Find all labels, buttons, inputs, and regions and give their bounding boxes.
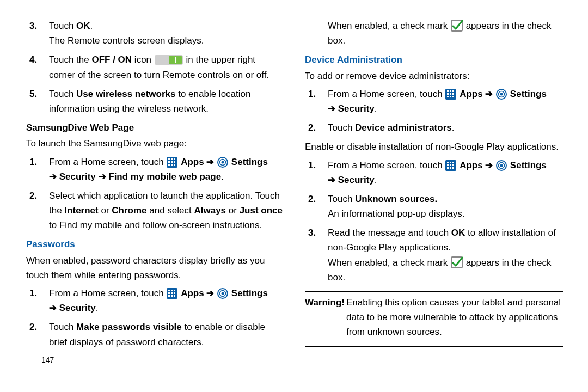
sd-step-2: Select which application to launch the a… — [41, 188, 283, 233]
warning-text: Enabling this option causes your tablet … — [346, 295, 563, 340]
arrow-icon: ➔ — [206, 157, 214, 167]
text: Apps — [181, 288, 204, 298]
da-step-2: Touch Device administrators. — [320, 120, 563, 135]
svg-rect-18 — [171, 290, 173, 291]
apps-icon — [166, 156, 178, 168]
text: . — [452, 122, 455, 133]
apps-icon — [445, 160, 457, 171]
text: From a Home screen, touch — [328, 160, 445, 170]
svg-rect-47 — [447, 164, 449, 166]
path-text: ➔ Security — [328, 175, 375, 185]
text: Apps — [181, 157, 204, 167]
text-bold: OK — [76, 21, 90, 31]
text: Touch the — [49, 54, 91, 65]
settings-label: Settings — [510, 160, 547, 170]
text: From a Home screen, touch — [49, 288, 166, 298]
device-admin-heading: Device Administration — [305, 52, 563, 67]
samsungdive-steps: From a Home screen, touch Apps ➔ Setting… — [26, 155, 283, 233]
text-bold: Device administrators — [355, 122, 452, 133]
text: Touch — [328, 194, 355, 204]
text: Apps — [460, 160, 483, 170]
settings-label: Settings — [510, 89, 547, 99]
text: An informational pop-up displays. — [328, 209, 464, 219]
arrow-icon: ➔ — [485, 160, 493, 170]
text: The Remote controls screen displays. — [49, 35, 204, 46]
passwords-heading: Passwords — [26, 237, 283, 252]
path-text: ➔ Security — [49, 303, 96, 313]
text-bold: Internet — [64, 205, 98, 216]
svg-rect-21 — [171, 292, 173, 294]
check-note: When enabled, a check mark appears in th… — [305, 19, 563, 48]
checkmark-icon — [450, 256, 463, 269]
text: or — [99, 205, 112, 216]
non-google-steps: From a Home screen, touch Apps ➔ Setting… — [305, 158, 563, 285]
svg-rect-7 — [168, 161, 170, 163]
svg-rect-5 — [171, 158, 173, 160]
svg-rect-10 — [168, 164, 170, 166]
apps-label: Apps ➔ — [181, 288, 217, 298]
text: and select — [149, 205, 194, 216]
settings-label: Settings — [231, 157, 268, 167]
text-bold: Use wireless networks — [76, 89, 175, 99]
text-bold: OK — [451, 228, 465, 238]
text-bold: Chrome — [112, 205, 149, 216]
text-bold: Just once — [240, 205, 283, 216]
svg-point-15 — [222, 161, 224, 163]
text: When enabled, a check mark — [328, 21, 450, 31]
checkmark-icon — [450, 19, 463, 32]
svg-rect-23 — [168, 295, 170, 297]
ng-step-2: Touch Unknown sources. An informational … — [320, 192, 563, 221]
da-step-1: From a Home screen, touch Apps ➔ Setting… — [320, 87, 563, 116]
text-bold: Make passwords visible — [76, 322, 182, 332]
samsungdive-intro: To launch the SamsungDive web page: — [26, 136, 283, 151]
svg-rect-24 — [171, 295, 173, 297]
text: . — [375, 103, 377, 114]
svg-rect-36 — [452, 93, 454, 95]
svg-rect-12 — [174, 164, 175, 166]
apps-icon — [445, 88, 457, 100]
svg-rect-44 — [447, 162, 449, 163]
text: or — [226, 205, 240, 216]
svg-rect-6 — [174, 158, 175, 160]
svg-rect-25 — [174, 295, 175, 297]
svg-rect-39 — [452, 96, 454, 97]
svg-rect-34 — [447, 93, 449, 95]
text: . — [221, 171, 224, 182]
device-admin-intro: To add or remove device administrators: — [305, 69, 563, 83]
svg-rect-9 — [174, 161, 175, 163]
svg-point-42 — [500, 93, 503, 95]
text: From a Home screen, touch — [328, 89, 445, 99]
svg-rect-46 — [452, 162, 454, 163]
text: Touch — [328, 122, 355, 133]
text: . — [90, 21, 93, 31]
svg-rect-22 — [174, 292, 175, 294]
step-4: Touch the OFF / ON icon in the upper rig… — [41, 52, 283, 82]
pw-step-1: From a Home screen, touch Apps ➔ Setting… — [41, 286, 283, 315]
step-3: Touch OK. The Remote controls screen dis… — [41, 19, 283, 48]
warning-label: Warning! — [305, 295, 346, 310]
svg-rect-37 — [447, 96, 449, 97]
non-google-intro: Enable or disable installation of non-Go… — [305, 139, 563, 154]
page-number: 147 — [26, 354, 283, 366]
text: When enabled, a check mark — [328, 258, 450, 268]
arrow-icon: ➔ — [206, 288, 214, 298]
left-column: Touch OK. The Remote controls screen dis… — [26, 19, 283, 383]
step-5: Touch Use wireless networks to enable lo… — [41, 87, 283, 116]
svg-rect-4 — [168, 158, 170, 160]
svg-rect-20 — [168, 292, 170, 294]
divider — [305, 291, 563, 292]
svg-rect-11 — [171, 164, 173, 166]
apps-icon — [166, 287, 178, 299]
svg-point-55 — [500, 164, 503, 167]
device-admin-steps: From a Home screen, touch Apps ➔ Setting… — [305, 87, 563, 136]
settings-icon — [217, 156, 229, 168]
svg-rect-33 — [452, 90, 454, 92]
svg-rect-38 — [450, 96, 451, 97]
settings-icon — [217, 287, 229, 299]
settings-icon — [495, 160, 507, 171]
svg-rect-2 — [175, 57, 176, 63]
svg-rect-32 — [450, 90, 451, 92]
text-bold: OFF / ON — [91, 54, 132, 65]
passwords-steps: From a Home screen, touch Apps ➔ Setting… — [26, 286, 283, 350]
svg-rect-19 — [174, 290, 175, 291]
